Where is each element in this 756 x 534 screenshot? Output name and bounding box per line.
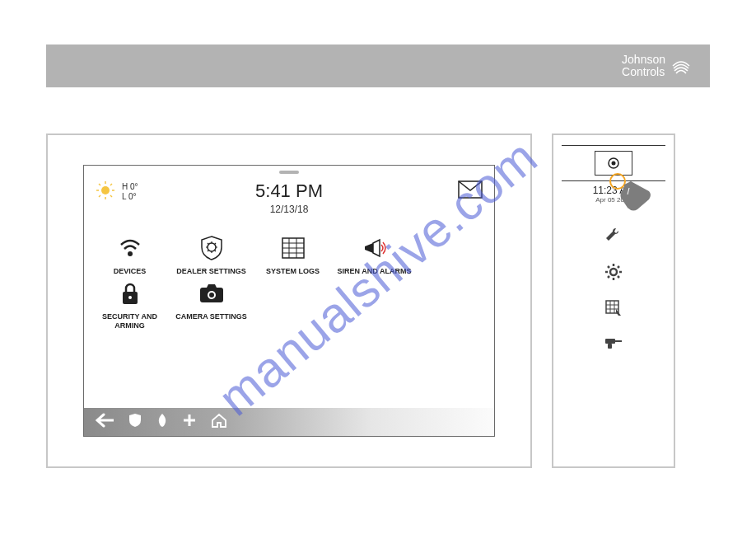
johnson-controls-logo: Johnson Controls [622,54,692,79]
svg-line-17 [208,243,209,245]
wifi-icon [118,233,142,263]
svg-line-8 [110,184,112,185]
temp-low: L 0° [122,192,138,203]
megaphone-icon [362,233,388,263]
sun-icon [96,180,115,204]
drill-icon[interactable] [604,335,623,354]
tile-siren-alarms[interactable]: SIREN AND ALARMS [335,233,413,275]
svg-line-6 [99,184,100,185]
svg-line-7 [110,195,112,197]
plus-icon[interactable] [183,414,196,430]
tile-label: SYSTEM LOGS [266,267,320,275]
tile-devices[interactable]: DEVICES [91,233,169,275]
touch-panel-frame: H 0° L 0° 5:41 PM 12/13/18 [46,134,532,468]
svg-point-28 [128,296,132,299]
svg-point-33 [612,162,616,166]
shield-gear-icon [199,233,224,263]
flame-icon[interactable] [156,413,168,431]
brand-mark-icon [670,55,692,77]
tile-label: SIREN AND ALARMS [338,267,412,275]
svg-line-19 [214,243,216,245]
svg-point-34 [610,269,617,275]
svg-line-42 [608,276,609,278]
shield-icon[interactable] [128,413,142,431]
camera-icon [198,279,225,308]
tile-label: CAMERA SETTINGS [175,312,247,321]
time-value: 5:41 PM [255,180,323,202]
side-toolbar [604,227,623,354]
pointer-hand-icon [616,180,652,216]
svg-rect-49 [615,340,622,342]
back-arrow-icon[interactable] [96,413,114,431]
tile-system-logs[interactable]: SYSTEM LOGS [254,233,332,275]
side-panel: 11:23 AM Apr 05 2021 [552,134,675,468]
svg-line-41 [618,266,619,268]
svg-rect-50 [608,344,612,349]
svg-point-11 [128,251,133,256]
tile-camera-settings[interactable]: CAMERA SETTINGS [172,279,250,330]
svg-rect-48 [605,339,615,344]
tile-label: SECURITY AND ARMING [91,312,169,330]
svg-point-0 [671,56,691,76]
weather-widget[interactable]: H 0° L 0° [96,180,211,204]
svg-line-40 [618,276,619,278]
svg-point-31 [209,293,214,297]
wrench-icon[interactable] [604,227,623,248]
svg-point-1 [101,186,110,194]
side-clock[interactable]: 11:23 AM Apr 05 2021 [562,185,665,204]
header-bar: Johnson Controls [46,44,710,87]
panel-screen: H 0° L 0° 5:41 PM 12/13/18 [83,165,495,437]
svg-line-9 [99,195,100,197]
drag-handle-icon[interactable] [279,171,299,174]
brand-line2: Controls [622,66,665,78]
temp-high: H 0° [122,182,138,193]
brand-line1: Johnson [622,54,665,66]
gear-icon[interactable] [604,263,623,284]
bottom-nav-bar [84,408,494,436]
touch-panel-icon[interactable] [604,299,623,321]
separator [562,145,665,146]
svg-line-39 [608,266,609,268]
tile-label: DEVICES [114,267,147,275]
tile-dealer-settings[interactable]: DEALER SETTINGS [172,233,250,275]
tile-security-arming[interactable]: SECURITY AND ARMING [91,279,169,330]
lock-icon [120,279,140,308]
table-icon [281,233,306,263]
svg-line-18 [214,251,216,252]
clock-display: 5:41 PM 12/13/18 [255,180,323,215]
side-camera-button[interactable] [595,151,632,176]
svg-line-20 [208,251,209,252]
mail-icon[interactable] [458,180,483,202]
home-icon[interactable] [211,413,227,431]
date-value: 12/13/18 [255,204,323,215]
tile-label: DEALER SETTINGS [176,267,246,275]
record-icon [607,157,620,170]
tile-grid: DEVICES DEALER SETTINGS SYSTEM LOGS SIRE… [84,222,494,341]
